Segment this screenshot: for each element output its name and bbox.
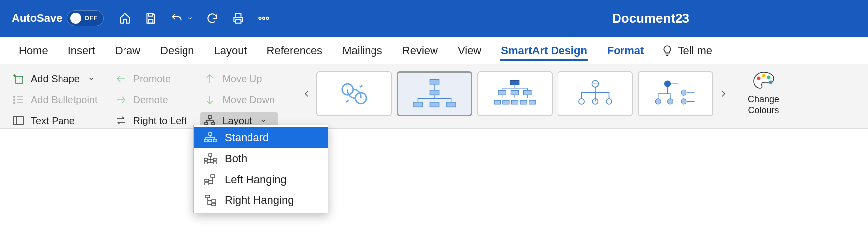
svg-rect-0 bbox=[236, 19, 241, 23]
svg-point-1 bbox=[259, 17, 261, 19]
tab-format[interactable]: Format bbox=[597, 37, 654, 64]
svg-rect-25 bbox=[511, 100, 518, 104]
svg-point-7 bbox=[14, 102, 15, 104]
autosave-label: AutoSave bbox=[12, 12, 62, 25]
svg-rect-21 bbox=[511, 90, 518, 95]
layout-menu-right-hanging[interactable]: Right Hanging bbox=[194, 190, 328, 211]
tab-references[interactable]: References bbox=[257, 37, 333, 64]
text-pane-label: Text Pane bbox=[31, 115, 75, 126]
more-icon[interactable] bbox=[256, 11, 271, 26]
layout-menu-left-hanging-label: Left Hanging bbox=[225, 173, 287, 186]
layout-thumbnail-4[interactable] bbox=[558, 71, 633, 116]
layouts-gallery bbox=[316, 70, 713, 117]
save-icon[interactable] bbox=[143, 11, 158, 26]
svg-point-29 bbox=[579, 99, 584, 104]
tab-draw[interactable]: Draw bbox=[105, 37, 150, 64]
layout-menu-left-hanging[interactable]: Left Hanging bbox=[194, 169, 328, 190]
ribbon-group-move: Move Up Move Down Layout bbox=[200, 70, 278, 129]
svg-point-36 bbox=[681, 99, 686, 104]
tab-home[interactable]: Home bbox=[9, 37, 58, 64]
add-bulletpoint-label: Add Bulletpoint bbox=[31, 94, 98, 106]
layouts-gallery-wrap bbox=[300, 70, 730, 117]
move-up-label: Move Up bbox=[222, 73, 262, 85]
svg-point-2 bbox=[263, 17, 265, 19]
tab-insert[interactable]: Insert bbox=[58, 37, 105, 64]
svg-point-40 bbox=[769, 81, 772, 84]
home-icon[interactable] bbox=[118, 11, 132, 26]
svg-rect-41 bbox=[209, 133, 212, 135]
svg-rect-8 bbox=[13, 117, 23, 124]
text-pane-button[interactable]: Text Pane bbox=[9, 112, 101, 129]
tab-design[interactable]: Design bbox=[150, 37, 204, 64]
svg-point-34 bbox=[668, 99, 673, 104]
layout-menu-standard[interactable]: Standard bbox=[194, 127, 328, 148]
layout-thumbnail-2[interactable] bbox=[397, 71, 472, 116]
demote-label: Demote bbox=[133, 94, 168, 106]
palette-icon bbox=[752, 70, 776, 90]
layout-menu-both[interactable]: Both bbox=[194, 148, 328, 169]
redo-icon[interactable] bbox=[205, 11, 220, 26]
promote-button: Promote bbox=[112, 70, 190, 87]
document-title: Document23 bbox=[612, 11, 689, 26]
tab-mailings[interactable]: Mailings bbox=[332, 37, 392, 64]
print-icon[interactable] bbox=[231, 11, 246, 26]
tab-view[interactable]: View bbox=[448, 37, 491, 64]
layout-menu-standard-label: Standard bbox=[225, 131, 269, 144]
svg-rect-18 bbox=[446, 102, 456, 107]
svg-point-32 bbox=[664, 81, 671, 87]
svg-rect-45 bbox=[209, 154, 212, 156]
arrow-right-icon bbox=[115, 93, 127, 106]
autosave-toggle[interactable]: OFF bbox=[67, 10, 104, 26]
svg-rect-44 bbox=[213, 139, 216, 142]
right-to-left-label: Right to Left bbox=[133, 115, 187, 126]
ribbon-group-hierarchy: Promote Demote Right to Left bbox=[112, 70, 190, 129]
svg-point-3 bbox=[267, 17, 269, 19]
autosave-state: OFF bbox=[84, 15, 98, 22]
undo-more-icon[interactable] bbox=[186, 11, 194, 26]
lightbulb-icon[interactable] bbox=[661, 44, 674, 57]
gallery-next-button[interactable] bbox=[716, 71, 730, 116]
add-shape-icon bbox=[12, 72, 25, 85]
layout-menu: Standard Both Left Hanging Right Hanging bbox=[193, 125, 328, 213]
svg-rect-26 bbox=[520, 100, 527, 104]
tab-smartart-design[interactable]: SmartArt Design bbox=[491, 37, 597, 64]
add-shape-label: Add Shape bbox=[31, 73, 80, 85]
svg-rect-51 bbox=[205, 179, 209, 182]
svg-rect-17 bbox=[430, 102, 439, 107]
svg-rect-4 bbox=[16, 76, 23, 83]
right-to-left-button[interactable]: Right to Left bbox=[112, 112, 190, 129]
layout-menu-right-hanging-label: Right Hanging bbox=[225, 194, 294, 207]
svg-rect-19 bbox=[510, 81, 519, 85]
svg-point-39 bbox=[767, 76, 770, 79]
standard-layout-icon bbox=[203, 132, 218, 144]
tell-me-label[interactable]: Tell me bbox=[678, 44, 712, 57]
add-bulletpoint-button: Add Bulletpoint bbox=[9, 91, 101, 108]
svg-rect-20 bbox=[498, 90, 506, 95]
change-colours-button[interactable]: Change Colours bbox=[748, 70, 779, 116]
undo-icon[interactable] bbox=[169, 11, 184, 26]
demote-button: Demote bbox=[112, 91, 190, 108]
svg-point-6 bbox=[14, 99, 15, 101]
title-bar: AutoSave OFF Document23 bbox=[0, 0, 868, 37]
ribbon-group-shapes: Add Shape Add Bulletpoint Text Pane bbox=[9, 70, 101, 129]
autosave-toggle-knob bbox=[70, 13, 81, 24]
document-area[interactable] bbox=[0, 129, 868, 249]
add-shape-button[interactable]: Add Shape bbox=[9, 70, 101, 87]
tab-layout[interactable]: Layout bbox=[204, 37, 257, 64]
gallery-prev-button[interactable] bbox=[300, 71, 313, 116]
move-down-button: Move Down bbox=[200, 91, 278, 108]
svg-rect-42 bbox=[204, 139, 207, 142]
tab-review[interactable]: Review bbox=[392, 37, 448, 64]
svg-rect-16 bbox=[413, 102, 423, 107]
layout-thumbnail-5[interactable] bbox=[638, 71, 713, 116]
layout-menu-both-label: Both bbox=[225, 152, 247, 165]
svg-rect-10 bbox=[205, 122, 208, 124]
arrow-left-icon bbox=[115, 72, 127, 85]
text-pane-icon bbox=[12, 114, 25, 127]
left-hanging-icon bbox=[203, 174, 218, 186]
svg-point-33 bbox=[655, 99, 661, 104]
svg-rect-53 bbox=[206, 195, 210, 198]
move-up-button: Move Up bbox=[200, 70, 278, 87]
layout-thumbnail-3[interactable] bbox=[477, 71, 553, 116]
layout-thumbnail-1[interactable] bbox=[316, 71, 392, 116]
